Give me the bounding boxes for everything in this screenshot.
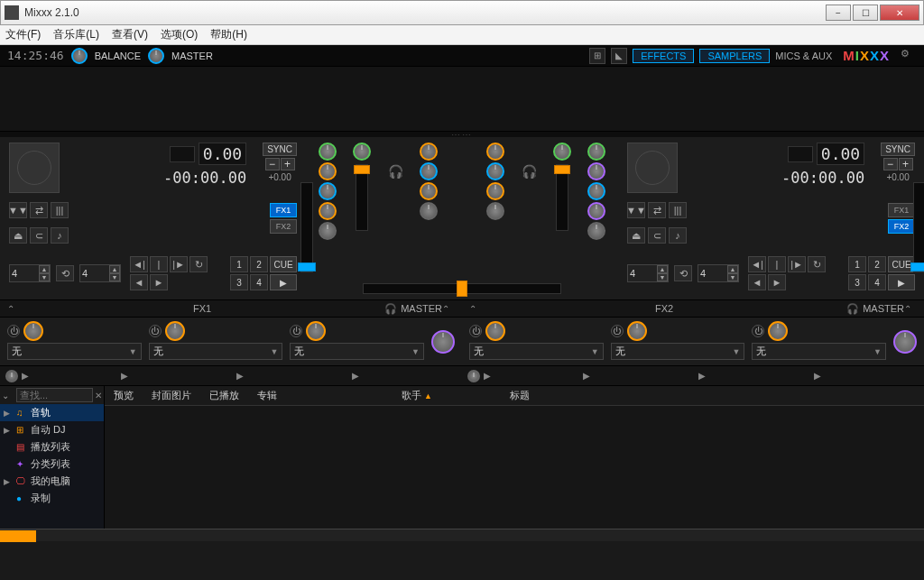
- sampler1-play-icon[interactable]: ▶: [22, 371, 29, 381]
- mic-toggle-icon[interactable]: ◣: [611, 48, 627, 64]
- deck2-eject-icon[interactable]: ⏏: [627, 227, 645, 244]
- deck2-hotcue-2[interactable]: 2: [868, 256, 886, 272]
- menu-options[interactable]: 选项(O): [161, 27, 198, 42]
- sampler2-play-icon[interactable]: ▶: [121, 371, 128, 381]
- sampler-3[interactable]: ▶: [231, 371, 346, 381]
- sampler5-gain-knob[interactable]: [467, 370, 480, 382]
- fx1-slot2-power-icon[interactable]: ⏻: [149, 325, 162, 337]
- sampler8-play-icon[interactable]: ▶: [814, 371, 821, 381]
- ch2-filter-knob[interactable]: [486, 202, 504, 220]
- fx2-slot3-power-icon[interactable]: ⏻: [752, 325, 764, 337]
- deck2-keylock-icon[interactable]: ⊂: [648, 227, 666, 244]
- deck1-spinny[interactable]: [9, 143, 60, 193]
- minimize-button[interactable]: −: [826, 5, 851, 21]
- fx1-collapse-icon[interactable]: ⌃: [442, 304, 455, 314]
- deck1-play-button[interactable]: ▶: [270, 274, 297, 290]
- library-table-body[interactable]: [105, 406, 924, 529]
- sampler-2[interactable]: ▶: [116, 371, 231, 381]
- ch3-filter-knob[interactable]: [319, 222, 337, 240]
- fx2-slot1-power-icon[interactable]: ⏻: [469, 325, 482, 337]
- deck2-hotcue-3[interactable]: 3: [848, 274, 866, 290]
- fx2-super-knob[interactable]: [893, 330, 917, 354]
- menu-help[interactable]: 帮助(H): [210, 27, 247, 42]
- deck1-jump-fwd-icon[interactable]: ►: [150, 274, 168, 290]
- deck1-flag-left-icon[interactable]: ◄|: [130, 256, 148, 272]
- search-input[interactable]: [16, 388, 93, 402]
- deck2-hotcue-1[interactable]: 1: [848, 256, 866, 272]
- deck2-hotcue-4[interactable]: 4: [868, 274, 886, 290]
- ch4-hi-knob[interactable]: [587, 162, 605, 180]
- deck2-loop-toggle-icon[interactable]: ⟲: [674, 265, 692, 281]
- ch4-mid-knob[interactable]: [587, 182, 605, 200]
- close-button[interactable]: ✕: [880, 5, 919, 21]
- ch2-mid-knob[interactable]: [486, 162, 504, 180]
- sampler6-play-icon[interactable]: ▶: [583, 371, 590, 381]
- deck1-quantize-icon[interactable]: ▼▼: [9, 202, 27, 218]
- deck2-time[interactable]: -00:00.00: [781, 169, 864, 187]
- col-artist[interactable]: 歌手 ▲: [393, 389, 501, 402]
- sampler-5[interactable]: ▶: [462, 370, 578, 382]
- deck2-tempo-slider[interactable]: [913, 182, 924, 272]
- tree-tracks[interactable]: ▶♫音轨: [0, 404, 104, 421]
- ch2-gain-knob[interactable]: [553, 143, 571, 161]
- fx2-slot1-select[interactable]: 无▼: [469, 343, 604, 360]
- deck1-flag-right-icon[interactable]: |►: [170, 256, 188, 272]
- deck1-repeat-icon[interactable]: ⇄: [30, 202, 48, 218]
- deck2-flag-left-icon[interactable]: ◄|: [748, 256, 766, 272]
- tree-playlists[interactable]: ▤播放列表: [0, 438, 104, 456]
- deck2-rate-up[interactable]: +: [899, 158, 913, 170]
- deck1-fx2-assign[interactable]: FX2: [270, 219, 297, 234]
- ch2-lo-knob[interactable]: [486, 182, 504, 200]
- deck1-eject-icon[interactable]: ⏏: [9, 227, 27, 244]
- ch1-hi-knob[interactable]: [420, 143, 438, 161]
- ch3-hi-knob[interactable]: [319, 162, 337, 180]
- deck1-reloop-icon[interactable]: ↻: [189, 256, 208, 272]
- fx1-slot1-meta-knob[interactable]: [23, 321, 43, 341]
- fx1-slot1-power-icon[interactable]: ⏻: [7, 325, 20, 337]
- mics-aux-toggle[interactable]: MICS & AUX: [775, 51, 832, 61]
- sampler4-play-icon[interactable]: ▶: [352, 371, 359, 381]
- ch1-volume-slider[interactable]: [356, 164, 368, 231]
- ch3-lo-knob[interactable]: [319, 202, 337, 220]
- sampler5-play-icon[interactable]: ▶: [484, 371, 491, 381]
- sampler3-play-icon[interactable]: ▶: [236, 371, 244, 381]
- tree-record[interactable]: ●录制: [0, 490, 104, 507]
- deck1-fx1-assign[interactable]: FX1: [270, 203, 297, 217]
- ch1-lo-knob[interactable]: [420, 182, 438, 200]
- ch1-filter-knob[interactable]: [420, 202, 438, 220]
- fx1-expand-icon[interactable]: ⌃: [7, 304, 20, 314]
- deck2-sync-button[interactable]: SYNC: [881, 143, 915, 156]
- fx1-super-knob[interactable]: [431, 330, 455, 354]
- ch3-gain-knob[interactable]: [319, 143, 337, 161]
- deck2-beatjump-size[interactable]: ▲▼: [698, 264, 739, 282]
- waveform-overview[interactable]: [0, 67, 924, 132]
- fx1-slot2-meta-knob[interactable]: [165, 321, 185, 341]
- deck1-time[interactable]: -00:00.00: [163, 169, 246, 187]
- deck2-note-icon[interactable]: ♪: [669, 227, 687, 244]
- deck2-fx1-assign[interactable]: FX1: [888, 203, 915, 217]
- balance-knob[interactable]: [71, 48, 88, 64]
- fx1-slot1-select[interactable]: 无▼: [7, 343, 142, 360]
- col-title[interactable]: 标题: [501, 389, 539, 402]
- ch2-pfl-icon[interactable]: 🎧: [522, 164, 537, 179]
- deck2-jump-back-icon[interactable]: ◄: [748, 274, 766, 290]
- deck1-loop-toggle-icon[interactable]: ⟲: [56, 265, 74, 281]
- effects-toggle[interactable]: EFFECTS: [633, 49, 694, 63]
- deck1-rate-up[interactable]: +: [281, 158, 295, 170]
- fx2-headphone-icon[interactable]: 🎧: [846, 303, 859, 315]
- fx2-expand-icon[interactable]: ⌃: [469, 304, 482, 314]
- sampler-1[interactable]: ▶: [0, 370, 116, 382]
- deck2-bpm[interactable]: 0.00: [817, 143, 864, 165]
- deck1-beatjump-size[interactable]: ▲▼: [79, 264, 121, 282]
- search-clear-icon[interactable]: ✕: [95, 391, 102, 400]
- deck1-sync-button[interactable]: SYNC: [263, 143, 297, 156]
- tree-crates[interactable]: ✦分类列表: [0, 456, 104, 473]
- deck2-repeat-icon[interactable]: ⇄: [648, 202, 666, 218]
- deck1-jump-back-icon[interactable]: ◄: [130, 274, 148, 290]
- sampler7-play-icon[interactable]: ▶: [698, 371, 706, 381]
- col-played[interactable]: 已播放: [200, 389, 248, 402]
- maximize-button[interactable]: ☐: [853, 5, 878, 21]
- deck1-bpm[interactable]: 0.00: [199, 143, 246, 165]
- master-knob[interactable]: [148, 48, 164, 64]
- deck1-keylock-icon[interactable]: ⊂: [30, 227, 48, 244]
